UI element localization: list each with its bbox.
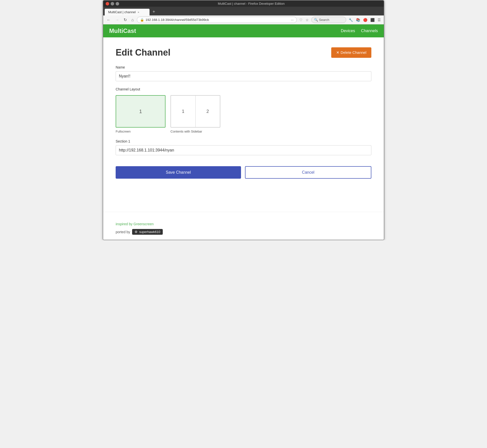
wrench-icon[interactable]: 🔧	[348, 17, 354, 23]
search-box[interactable]: 🔍 Search	[311, 17, 346, 23]
home-button[interactable]: ⌂	[130, 17, 135, 23]
title-bar: MultiCast | channel - Firefox Developer …	[103, 0, 384, 7]
section1-input[interactable]	[116, 145, 371, 155]
layout-sidebar-option[interactable]: 1 2 Contents with Sidebar	[170, 95, 220, 133]
nav-channels-link[interactable]: Channels	[361, 29, 378, 33]
channel-layout-label: Channel Layout	[116, 87, 371, 91]
layout-fullscreen-preview[interactable]: 1	[116, 95, 165, 128]
window-controls[interactable]	[106, 2, 119, 5]
app-footer: inspired by Greenscreen ported by ⚙ supe…	[103, 212, 384, 240]
new-tab-button[interactable]: +	[151, 8, 157, 15]
pocket-icon[interactable]: ♡	[298, 17, 304, 23]
section1-label: Section 1	[116, 139, 371, 143]
name-input[interactable]	[116, 71, 371, 81]
active-tab[interactable]: MultiCast | channel ×	[105, 9, 150, 15]
nav-devices-link[interactable]: Devices	[341, 29, 355, 33]
main-content: Edit Channel ✕ Delete Channel Name Chann…	[103, 37, 384, 212]
bookmark-icon[interactable]: ☆	[305, 17, 310, 23]
tab-close-button[interactable]: ×	[138, 11, 139, 14]
close-button[interactable]	[106, 2, 109, 5]
forward-button[interactable]: →	[114, 17, 121, 23]
ported-label: ported by	[116, 230, 130, 234]
tab-title: MultiCast | channel	[108, 10, 136, 14]
logo-m: M	[109, 27, 114, 34]
search-label: Search	[319, 18, 329, 22]
layout-sidebar-cell1: 1	[182, 109, 184, 114]
footer-inspired: inspired by Greenscreen	[116, 222, 371, 226]
address-text: 192.168.1.18:3944/channel/59d55d73b99cb	[146, 18, 289, 22]
delete-channel-button[interactable]: ✕ Delete Channel	[331, 47, 371, 58]
page-header: Edit Channel ✕ Delete Channel	[116, 47, 371, 58]
github-username: superhawk610	[139, 230, 160, 234]
extensions-icon[interactable]: 🔴	[362, 17, 368, 23]
nav-more-icon[interactable]: ···	[291, 18, 294, 22]
address-bar[interactable]: 🔒 192.168.1.18:3944/channel/59d55d73b99c…	[137, 17, 297, 23]
footer-ported: ported by ⚙ superhawk610	[116, 229, 371, 235]
app-logo: MultiCast	[109, 27, 136, 34]
nav-bar: ← → ↻ ⌂ 🔒 192.168.1.18:3944/channel/59d5…	[103, 15, 384, 24]
tab-bar: MultiCast | channel × +	[103, 7, 384, 15]
github-badge[interactable]: ⚙ superhawk610	[132, 229, 163, 235]
save-channel-button[interactable]: Save Channel	[116, 166, 241, 179]
layout-fullscreen-label: Fullscreen	[116, 130, 131, 133]
layout-sidebar-col2: 2	[196, 96, 220, 127]
name-label: Name	[116, 65, 371, 69]
layout-sidebar-preview[interactable]: 1 2	[170, 95, 220, 128]
app-nav: Devices Channels	[341, 29, 378, 33]
page-title: Edit Channel	[116, 47, 170, 58]
browser-nav-icons: ♡ ☆	[298, 17, 310, 23]
window-title: MultiCast | channel - Firefox Developer …	[121, 2, 381, 5]
menu-icon[interactable]: ☰	[377, 17, 382, 23]
layout-sidebar-col1: 1	[171, 96, 196, 127]
reload-button[interactable]: ↻	[122, 16, 128, 23]
search-icon: 🔍	[314, 18, 318, 22]
back-button[interactable]: ←	[105, 17, 112, 23]
maximize-button[interactable]	[116, 2, 119, 5]
cancel-button[interactable]: Cancel	[245, 166, 371, 179]
sidebar-icon[interactable]: ⬛	[369, 17, 376, 23]
library-icon[interactable]: 📚	[355, 17, 361, 23]
toolbar-icons: 🔧 📚 🔴 ⬛ ☰	[348, 17, 382, 23]
logo-rest: ultiCast	[114, 27, 136, 34]
layout-sidebar-label: Contents with Sidebar	[170, 130, 202, 133]
layout-sidebar-cell2: 2	[206, 109, 209, 114]
minimize-button[interactable]	[111, 2, 114, 5]
layout-fullscreen-option[interactable]: 1 Fullscreen	[116, 95, 165, 133]
layout-options: 1 Fullscreen 1 2 Contents with Sidebar	[116, 95, 371, 133]
layout-fullscreen-cell: 1	[139, 109, 142, 114]
github-icon: ⚙	[135, 230, 138, 234]
form-actions: Save Channel Cancel	[116, 166, 371, 179]
lock-icon: 🔒	[140, 18, 144, 22]
app-header: MultiCast Devices Channels	[103, 24, 384, 37]
